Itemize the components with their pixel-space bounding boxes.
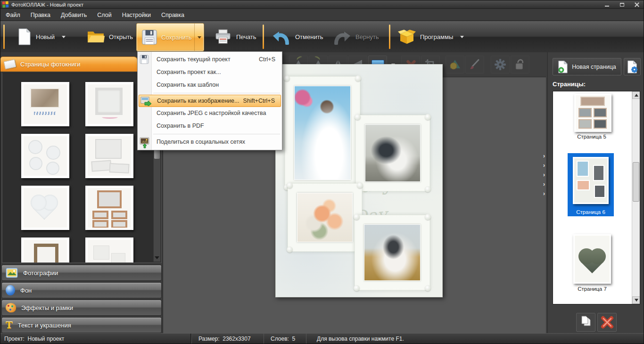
lock-button[interactable] — [511, 56, 529, 74]
page-6-thumbnail[interactable] — [573, 157, 609, 204]
template-thumbnail[interactable] — [85, 134, 133, 178]
page-6-item-selected[interactable]: Страница 6 — [568, 153, 614, 216]
left-accordion: Фотографии Фон Эффекты и рамки T Текст и… — [1, 263, 162, 333]
menu-edit[interactable]: Правка — [25, 10, 56, 20]
menu-item-save-current[interactable]: Сохранить текущий проект Ctrl+S — [138, 53, 282, 66]
gear-icon — [494, 58, 506, 71]
accordion-label: Эффекты и рамки — [21, 304, 73, 311]
page-7-thumbnail[interactable] — [573, 234, 611, 284]
menu-item-save-as[interactable]: Сохранить проект как... — [138, 66, 282, 79]
panel-splitter[interactable]: ››››› — [543, 154, 545, 197]
floppy-icon — [141, 29, 157, 45]
collage-page-canvas[interactable]: Beauty Day — [275, 64, 443, 297]
menu-item-share-social[interactable]: Поделиться в социальных сетях — [138, 136, 282, 148]
menu-item-save-jpeg[interactable]: Сохранить JPEG с настройкой качества — [138, 107, 282, 120]
scroll-down-button[interactable] — [154, 255, 160, 261]
new-page-button[interactable]: Новая страница — [553, 58, 621, 75]
save-dropdown-button[interactable] — [194, 24, 204, 51]
lock-icon — [514, 58, 526, 71]
accordion-label: Текст и украшения — [18, 322, 71, 329]
status-help: Для вызова справки нажмите F1. — [306, 334, 429, 344]
menu-add[interactable]: Добавить — [56, 10, 92, 20]
template-thumbnail[interactable] — [21, 238, 69, 263]
template-thumbnail[interactable] — [85, 238, 133, 263]
collage-photo-bouquet[interactable] — [297, 193, 353, 242]
effects-brush-button[interactable] — [465, 56, 484, 74]
open-box-icon — [398, 29, 416, 44]
new-page-icon — [17, 28, 32, 46]
page-5-thumbnail[interactable] — [574, 94, 611, 132]
maximize-icon — [620, 3, 624, 7]
template-thumbnail[interactable] — [21, 82, 69, 126]
maximize-button[interactable] — [617, 1, 627, 8]
toolbar-separator — [3, 25, 5, 49]
toolbar-separator — [389, 25, 390, 49]
heart-photo — [581, 250, 603, 273]
template-thumbnail[interactable] — [85, 82, 133, 126]
page-gear-icon — [627, 60, 638, 74]
collage-photo-bride[interactable] — [294, 86, 351, 180]
pages-scrollbar[interactable] — [632, 91, 640, 304]
menu-item-save-template[interactable]: Сохранить как шаблон — [138, 79, 282, 91]
scrollbar-thumb[interactable] — [633, 162, 639, 202]
redo-button[interactable]: Вернуть — [332, 21, 379, 52]
menu-item-save-as-image[interactable]: Сохранить как изображение... Shift+Ctrl+… — [139, 95, 281, 107]
programs-button[interactable]: Программы — [398, 21, 464, 52]
new-page-label: Новая страница — [572, 64, 616, 70]
page-7-caption: Страница 7 — [564, 286, 620, 292]
delete-page-button[interactable] — [597, 313, 617, 332]
new-project-label: Новый — [36, 33, 55, 41]
duplicate-page-button[interactable] — [576, 313, 595, 332]
accordion-photos[interactable]: Фотографии — [1, 265, 162, 281]
chevron-down-icon[interactable] — [460, 36, 464, 38]
accordion-effects-frames[interactable]: Эффекты и рамки — [1, 300, 162, 316]
arrow-down-icon — [635, 299, 638, 302]
close-button[interactable] — [632, 1, 642, 8]
menu-settings[interactable]: Настройки — [117, 10, 156, 20]
collage-photo-beach-couple[interactable] — [365, 124, 421, 182]
scroll-down-button[interactable] — [632, 296, 640, 304]
right-panel: Новая страница Страницы: Страница 5 — [547, 52, 644, 333]
accordion-label: Фон — [20, 287, 32, 294]
accordion-background[interactable]: Фон — [1, 282, 162, 298]
template-thumbnail[interactable] — [21, 186, 69, 230]
copy-pages-icon — [580, 316, 592, 329]
status-project: Проект: Новый проект — [0, 334, 191, 344]
accordion-label: Фотографии — [23, 270, 58, 277]
menu-help[interactable]: Справка — [156, 10, 190, 20]
settings-gear-button[interactable] — [491, 56, 510, 74]
menu-file[interactable]: Файл — [0, 10, 25, 20]
collage-photo-field-couple[interactable] — [364, 224, 421, 281]
minimize-button[interactable] — [602, 1, 611, 8]
undo-label: Отменить — [295, 33, 323, 41]
page-settings-button[interactable] — [624, 58, 641, 75]
menu-item-label: Сохранить JPEG с настройкой качества — [157, 110, 266, 116]
page-5-caption: Страница 5 — [563, 134, 620, 139]
open-button[interactable]: Открыть — [87, 21, 133, 52]
delete-x-icon — [600, 315, 614, 329]
redo-label: Вернуть — [355, 33, 379, 41]
minimize-icon — [605, 6, 609, 7]
chevron-down-icon — [198, 36, 201, 39]
scroll-up-button[interactable] — [632, 91, 640, 99]
photobook-pages-header[interactable]: Страницы фотокниги — [0, 57, 138, 72]
template-thumbnail[interactable] — [21, 134, 69, 178]
palette-icon — [6, 303, 16, 312]
menu-item-save-pdf[interactable]: Сохранить в PDF — [138, 120, 282, 132]
close-icon — [635, 2, 639, 7]
chevron-down-icon[interactable] — [62, 36, 66, 38]
template-thumbnail[interactable] — [85, 186, 133, 230]
menu-layer[interactable]: Слой — [92, 10, 116, 20]
print-button[interactable]: Печать — [214, 21, 256, 52]
accordion-text-decorations[interactable]: T Текст и украшения — [1, 317, 162, 333]
save-dropdown-menu: Сохранить текущий проект Ctrl+S Сохранит… — [137, 51, 282, 150]
save-button[interactable]: Сохранить — [136, 23, 204, 51]
menu-shortcut: Ctrl+S — [259, 53, 275, 66]
mask-button[interactable] — [446, 56, 464, 74]
undo-button[interactable]: Отменить — [272, 21, 323, 52]
menu-item-label: Сохранить текущий проект — [157, 56, 231, 63]
image-export-icon — [140, 97, 151, 106]
printer-icon — [214, 29, 232, 45]
pages-label: Страницы: — [553, 81, 586, 88]
new-project-button[interactable]: Новый — [17, 21, 66, 52]
